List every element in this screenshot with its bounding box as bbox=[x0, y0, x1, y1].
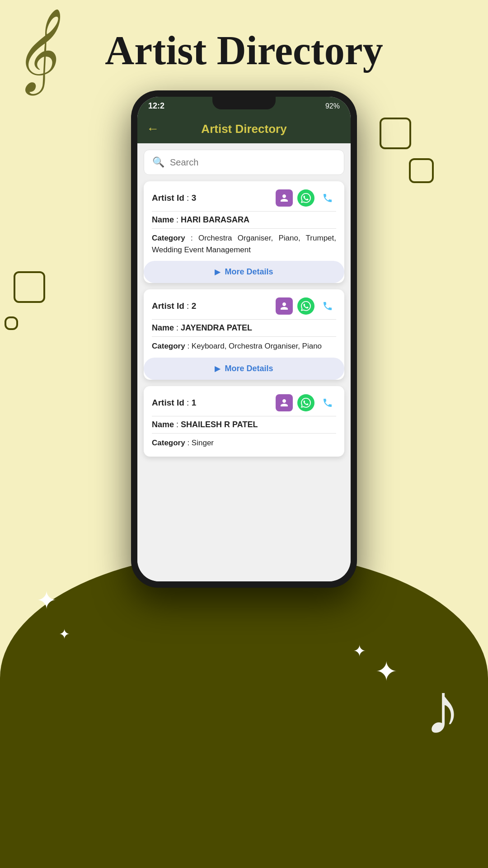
whatsapp-icon[interactable] bbox=[297, 297, 314, 315]
background-circle bbox=[0, 552, 488, 868]
search-input[interactable] bbox=[170, 157, 336, 168]
search-icon: 🔍 bbox=[152, 156, 164, 168]
page-title: Artist Directory bbox=[0, 27, 488, 74]
deco-square-1 bbox=[380, 118, 411, 149]
deco-square-4 bbox=[5, 316, 18, 330]
sparkle-icon-2: ✦ bbox=[353, 642, 366, 660]
battery-icon: 92% bbox=[325, 102, 340, 110]
more-details-label: More Details bbox=[225, 364, 273, 373]
more-details-button[interactable]: ▶ More Details bbox=[144, 358, 344, 380]
card-divider bbox=[152, 319, 336, 320]
play-icon: ▶ bbox=[215, 268, 220, 276]
card-icons bbox=[276, 189, 336, 207]
artist-name: Name : HARI BARASARA bbox=[152, 215, 336, 225]
play-icon: ▶ bbox=[215, 364, 220, 373]
card-header: Artist Id : 1 bbox=[152, 394, 336, 411]
artist-name: Name : JAYENDRA PATEL bbox=[152, 323, 336, 333]
card-divider bbox=[152, 336, 336, 337]
artist-card: Artist Id : 2 bbox=[144, 289, 344, 380]
card-divider bbox=[152, 433, 336, 434]
whatsapp-icon[interactable] bbox=[297, 189, 314, 207]
status-time: 12:2 bbox=[148, 101, 164, 111]
phone-icon[interactable] bbox=[319, 297, 336, 315]
status-icons: 92% bbox=[325, 102, 340, 110]
card-divider bbox=[152, 228, 336, 229]
contact-icon[interactable] bbox=[276, 297, 293, 315]
more-details-label: More Details bbox=[225, 267, 273, 277]
card-icons bbox=[276, 394, 336, 411]
content-area: 🔍 Artist Id : 3 bbox=[137, 143, 351, 581]
phone-icon[interactable] bbox=[319, 189, 336, 207]
contact-icon[interactable] bbox=[276, 189, 293, 207]
phone-screen: 12:2 92% ← Artist Directory 🔍 bbox=[137, 97, 351, 581]
header-title: Artist Directory bbox=[164, 122, 324, 136]
artist-category: Category : Orchestra Organiser, Piano, T… bbox=[152, 232, 336, 255]
artist-id-label: Artist Id : 1 bbox=[152, 398, 196, 408]
contact-icon[interactable] bbox=[276, 394, 293, 411]
phone-frame: 12:2 92% ← Artist Directory 🔍 bbox=[131, 90, 357, 588]
sparkle-icon-3: ✦ bbox=[36, 586, 57, 615]
back-button[interactable]: ← bbox=[146, 122, 159, 136]
artist-category: Category : Keyboard, Orchestra Organiser… bbox=[152, 340, 336, 352]
deco-square-3 bbox=[14, 271, 45, 303]
artist-name: Name : SHAILESH R PATEL bbox=[152, 420, 336, 429]
card-divider bbox=[152, 416, 336, 416]
artist-card: Artist Id : 3 bbox=[144, 181, 344, 283]
sparkle-icon-1: ✦ bbox=[375, 656, 398, 687]
card-icons bbox=[276, 297, 336, 315]
artist-category: Category : Singer bbox=[152, 437, 336, 449]
card-divider bbox=[152, 211, 336, 212]
treble-clef-icon: 𝄞 bbox=[14, 14, 56, 86]
whatsapp-icon[interactable] bbox=[297, 394, 314, 411]
card-header: Artist Id : 3 bbox=[152, 189, 336, 207]
music-note-icon: ♪ bbox=[425, 667, 461, 750]
phone-notch bbox=[212, 97, 276, 109]
deco-square-2 bbox=[409, 158, 434, 183]
artist-card: Artist Id : 1 bbox=[144, 386, 344, 457]
more-details-button[interactable]: ▶ More Details bbox=[144, 261, 344, 283]
sparkle-icon-4: ✦ bbox=[59, 626, 70, 642]
search-bar[interactable]: 🔍 bbox=[144, 150, 344, 175]
app-header: ← Artist Directory bbox=[137, 114, 351, 143]
phone-icon[interactable] bbox=[319, 394, 336, 411]
card-header: Artist Id : 2 bbox=[152, 297, 336, 315]
artist-id-label: Artist Id : 3 bbox=[152, 193, 196, 203]
artist-id-label: Artist Id : 2 bbox=[152, 301, 196, 311]
battery-level: 92% bbox=[325, 102, 340, 110]
